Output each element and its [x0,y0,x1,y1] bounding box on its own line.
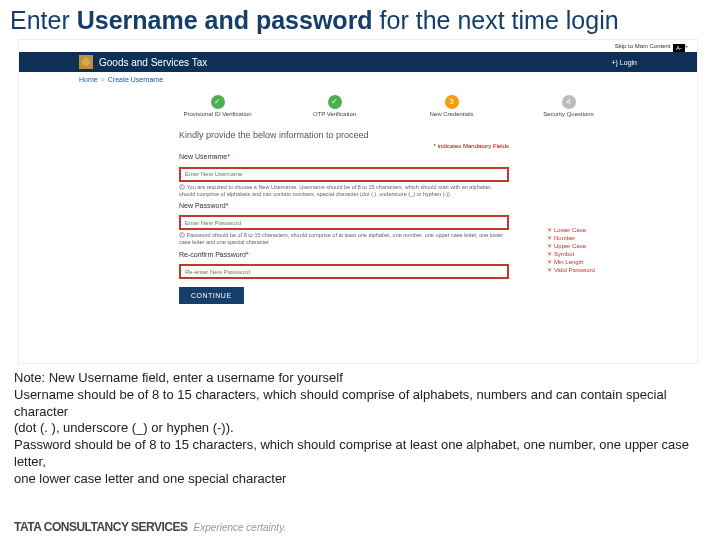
form-heading: Kindly provide the below information to … [179,130,509,140]
bc-home[interactable]: Home [79,76,98,83]
step-3: 3New Credentials [393,95,510,123]
tcs-branding: TATA TATA CONSULTANCY SERVICESCONSULTANC… [14,520,286,534]
password-hint: i Password should be of 8 to 15 characte… [179,232,509,246]
username-hint: i You are required to choose a New Usern… [179,184,509,198]
stepper: ✓Provisional ID Verification ✓OTP Verifi… [159,95,627,123]
login-link[interactable]: +) Login [612,59,638,66]
site-header: Goods and Services Tax +) Login [19,52,697,72]
tcs-tagline: Experience certainty. [194,522,287,533]
step-4: 4Security Questions [510,95,627,123]
info-icon: i [179,184,185,190]
bc-sep: > [101,76,105,83]
step-1-label: Provisional ID Verification [159,111,276,117]
username-input[interactable] [179,167,509,182]
check-lower: ✕Lower Case [547,226,627,233]
svg-text:i: i [182,185,183,189]
step-2: ✓OTP Verification [276,95,393,123]
screenshot-panel: Skip to Main Content A+ A- Goods and Ser… [18,39,698,364]
title-light2: for the next time login [373,6,619,34]
step-4-label: Security Questions [510,111,627,117]
step-4-circle: 4 [562,95,576,109]
step-3-circle: 3 [445,95,459,109]
tcs-logo: TATA TATA CONSULTANCY SERVICESCONSULTANC… [14,520,188,534]
mandatory-note: indicates Mandatory Fields [179,143,509,149]
check-length: ✕Min Length [547,258,627,265]
bc-current: Create Username [108,76,163,83]
continue-button[interactable]: CONTINUE [179,287,244,304]
password-label: New Password [179,202,509,209]
confirm-input[interactable] [179,264,509,279]
x-icon: ✕ [547,234,554,241]
title-bold: Username and password [77,6,373,34]
title-light1: Enter [10,6,77,34]
info-icon: i [179,232,185,238]
confirm-label: Re-confirm Password [179,251,509,258]
slide-title: Enter Username and password for the next… [0,0,720,39]
step-1-circle: ✓ [211,95,225,109]
password-input[interactable] [179,215,509,230]
step-2-circle: ✓ [328,95,342,109]
check-symbol: ✕Symbol [547,250,627,257]
check-valid: ✕Valid Password [547,266,627,273]
x-icon: ✕ [547,242,554,249]
password-checklist: ✕Lower Case ✕Number ✕Upper Case ✕Symbol … [547,225,627,274]
username-label: New Username [179,153,509,160]
skip-link[interactable]: Skip to Main Content [612,42,674,50]
x-icon: ✕ [547,226,554,233]
top-toolbar: Skip to Main Content A+ A- [612,42,691,50]
step-2-label: OTP Verification [276,111,393,117]
svg-text:i: i [182,233,183,237]
brand-title: Goods and Services Tax [99,57,207,68]
slide-notes: Note: New Username field, enter a userna… [14,370,706,488]
font-dec[interactable]: A- [673,44,685,52]
x-icon: ✕ [547,266,554,273]
check-upper: ✕Upper Case [547,242,627,249]
step-3-label: New Credentials [393,111,510,117]
step-1: ✓Provisional ID Verification [159,95,276,123]
x-icon: ✕ [547,250,554,257]
breadcrumb: Home>Create Username [79,76,163,83]
x-icon: ✕ [547,258,554,265]
credentials-form: Kindly provide the below information to … [179,130,509,304]
check-number: ✕Number [547,234,627,241]
emblem-icon [79,55,93,69]
